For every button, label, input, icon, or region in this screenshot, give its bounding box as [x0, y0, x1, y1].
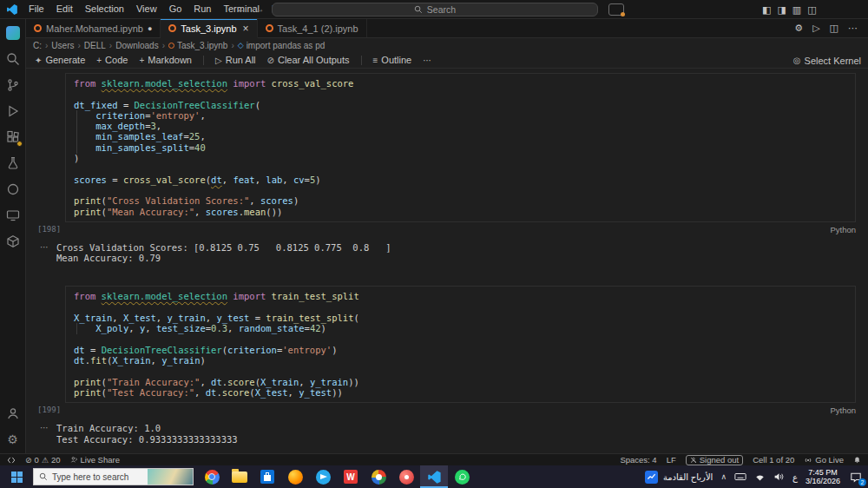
whatsapp-icon[interactable]	[448, 465, 476, 488]
account-icon[interactable]	[6, 406, 20, 420]
execution-count: [199]	[37, 406, 61, 415]
add-code-cell-button[interactable]: + Code	[96, 55, 128, 65]
cell-language-picker[interactable]: Python	[830, 406, 856, 415]
clock-time: 7:45 PM	[808, 468, 838, 478]
chevron-right-icon: ›	[77, 41, 80, 50]
clear-all-outputs-button[interactable]: ⊘ Clear All Outputs	[267, 55, 350, 65]
start-button[interactable]	[0, 465, 33, 488]
add-markdown-cell-button[interactable]: + Markdown	[139, 55, 192, 65]
clock[interactable]: 7:45 PM 3/16/2026	[806, 468, 840, 486]
more-actions-icon[interactable]: ⋯	[848, 23, 858, 34]
clock-date: 3/16/2026	[806, 477, 840, 486]
run-current-icon[interactable]: ▷	[812, 23, 819, 34]
tab-maher-mohamed[interactable]: Maher.Mohamed.ipynb ●	[26, 19, 161, 37]
file-explorer-icon[interactable]	[226, 465, 253, 488]
go-live-button[interactable]: Go Live	[804, 455, 844, 465]
split-editor-icon[interactable]: ◫	[830, 23, 838, 34]
toggle-secondary-sidebar-icon[interactable]: ▥	[792, 0, 801, 19]
menu-run[interactable]: Run	[187, 0, 217, 18]
toggle-panel-icon[interactable]: ◨	[777, 0, 786, 19]
code-cell-2[interactable]: from sklearn.model_selection import trai…	[65, 286, 856, 403]
crumb-dell[interactable]: DELL	[84, 41, 106, 50]
touch-keyboard-icon[interactable]	[734, 472, 746, 482]
status-bar: ⊘ 0 ⚠ 20 Live Share Spaces: 4 LF Signed …	[0, 453, 868, 465]
remote-explorer-icon[interactable]	[6, 208, 20, 222]
notebook-settings-icon[interactable]: ⚙	[794, 23, 803, 34]
chrome-icon[interactable]	[198, 465, 226, 488]
toggle-sidebar-icon[interactable]: ◧	[762, 0, 771, 19]
generate-button[interactable]: ✦ Generate	[35, 55, 85, 65]
testing-icon[interactable]	[6, 156, 20, 170]
run-all-button[interactable]: ▷ Run All	[215, 55, 256, 65]
close-icon[interactable]: ×	[243, 23, 249, 35]
crumb-users[interactable]: Users	[51, 41, 74, 50]
run-and-debug-icon[interactable]	[6, 104, 20, 118]
editor-actions: ⚙ ▷ ◫ ⋯	[794, 19, 868, 37]
crumb-downloads[interactable]: Downloads	[115, 41, 158, 50]
code-cell-1[interactable]: from sklearn.model_selection import cros…	[65, 73, 856, 222]
copilot-icon[interactable]	[608, 3, 624, 16]
jupyter-icon[interactable]	[6, 182, 20, 196]
show-hidden-icons-chevron[interactable]: ∧	[720, 472, 727, 481]
customize-layout-icon[interactable]: ◫	[807, 0, 816, 19]
vscode-taskbar-icon[interactable]	[420, 465, 448, 488]
command-center-search[interactable]: Search	[272, 3, 598, 16]
cell-language-picker[interactable]: Python	[830, 225, 856, 234]
extensions-icon[interactable]	[6, 130, 20, 144]
crumb-file[interactable]: Task_3.ipynb	[177, 41, 227, 50]
notification-count-badge: 2	[858, 478, 866, 486]
eol-indicator[interactable]: LF	[667, 455, 676, 465]
source-control-icon[interactable]	[6, 78, 20, 92]
menu-go[interactable]: Go	[163, 0, 188, 18]
menu-file[interactable]: File	[23, 0, 50, 18]
tab-task-3[interactable]: Task_3.ipynb ×	[161, 19, 257, 38]
menu-view[interactable]: View	[130, 0, 163, 18]
search-icon	[414, 5, 423, 14]
search-view-icon[interactable]	[6, 52, 20, 66]
toolbar-divider	[361, 56, 362, 65]
language-indicator[interactable]: ع	[792, 472, 798, 482]
copilot-chat-icon[interactable]	[6, 26, 20, 40]
docker-icon[interactable]	[6, 234, 20, 248]
forward-icon[interactable]: →	[254, 0, 265, 18]
telegram-icon[interactable]	[309, 465, 337, 488]
titlebar: File Edit Selection View Go Run Terminal…	[0, 0, 868, 19]
crumb-cell-symbol[interactable]: import pandas as pd	[247, 41, 326, 50]
output-options-icon[interactable]: ⋯	[40, 423, 49, 445]
chevron-right-icon: ›	[231, 41, 233, 50]
live-share-button[interactable]: Live Share	[70, 455, 120, 465]
manage-settings-icon[interactable]: ⚙	[6, 432, 20, 446]
action-center-icon[interactable]: 2	[848, 470, 863, 484]
firefox-icon[interactable]	[281, 465, 309, 488]
cell-2-code[interactable]: from sklearn.model_selection import trai…	[74, 291, 848, 398]
update-badge-dot	[621, 12, 625, 16]
select-kernel-button[interactable]: ◎ Select Kernel	[793, 52, 861, 69]
output-options-icon[interactable]: ⋯	[40, 242, 49, 264]
signed-out-button[interactable]: Signed out	[686, 455, 743, 465]
notifications-bell-icon[interactable]	[853, 456, 861, 464]
idm-icon[interactable]	[392, 465, 420, 488]
tab-task-4[interactable]: Task_4_1 (2).ipynb	[258, 19, 367, 37]
news-widget[interactable]: الأرباح القادمة	[645, 471, 713, 484]
back-icon[interactable]: ←	[236, 0, 247, 18]
problems-indicator[interactable]: ⊘ 0 ⚠ 20	[25, 455, 61, 465]
volume-icon[interactable]	[773, 472, 785, 482]
indentation-indicator[interactable]: Spaces: 4	[620, 455, 656, 465]
network-wifi-icon[interactable]	[754, 472, 766, 482]
remote-indicator[interactable]	[7, 456, 16, 465]
menu-edit[interactable]: Edit	[50, 0, 79, 18]
cell-position-indicator[interactable]: Cell 1 of 20	[753, 455, 794, 465]
colorful-app-icon[interactable]	[365, 465, 392, 488]
toolbar-more-button[interactable]: ⋯	[423, 56, 431, 65]
wondershare-icon[interactable]: W	[337, 465, 365, 488]
modified-dot-icon[interactable]: ●	[148, 24, 152, 33]
cell-1-code[interactable]: from sklearn.model_selection import cros…	[74, 78, 848, 217]
search-icon	[39, 472, 48, 481]
crumb-drive[interactable]: C:	[33, 41, 42, 50]
search-highlight-image[interactable]	[148, 469, 193, 485]
menu-selection[interactable]: Selection	[79, 0, 130, 18]
taskbar-search-input[interactable]: Type here to search	[33, 468, 194, 485]
outline-button[interactable]: ≡ Outline	[373, 55, 412, 65]
microsoft-store-icon[interactable]	[253, 465, 281, 488]
widget-icon	[645, 471, 658, 484]
